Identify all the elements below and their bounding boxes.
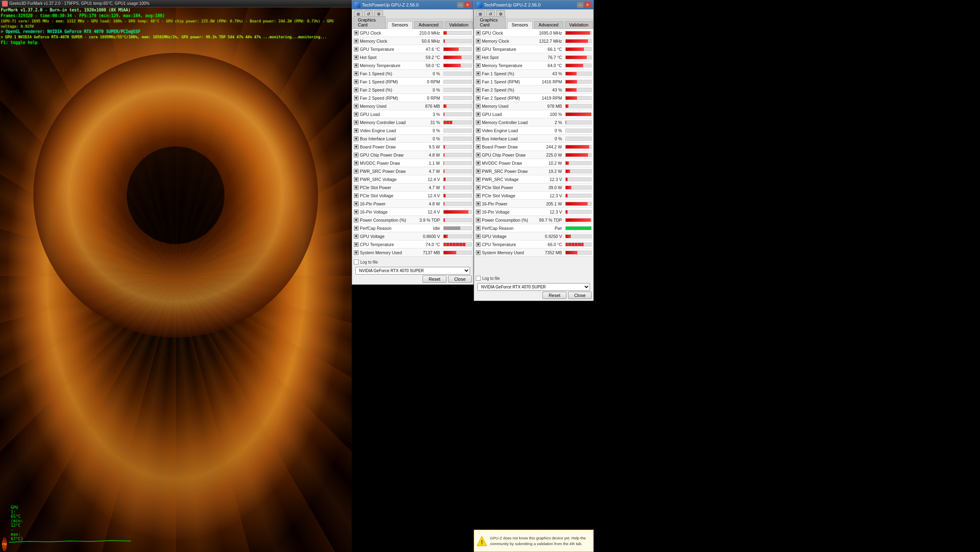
sensor-expand-btn[interactable]: ▼ xyxy=(354,55,359,60)
sensor-expand-btn[interactable]: ▼ xyxy=(476,71,481,76)
sensor-expand-btn[interactable]: ▼ xyxy=(354,177,359,182)
sensor-expand-btn[interactable]: ▼ xyxy=(476,185,481,190)
sensor-expand-btn[interactable]: ▼ xyxy=(354,234,359,239)
sensor-name: ▼Memory Temperature xyxy=(474,63,536,68)
sensor-expand-btn[interactable]: ▼ xyxy=(476,128,481,133)
sensor-expand-btn[interactable]: ▼ xyxy=(476,169,481,174)
sensor-expand-btn[interactable]: ▼ xyxy=(476,55,481,60)
sensor-expand-btn[interactable]: ▼ xyxy=(354,153,359,157)
gpuz-left-close-btn[interactable]: Close xyxy=(448,275,472,283)
sensor-expand-btn[interactable]: ▼ xyxy=(476,144,481,149)
sensor-expand-btn[interactable]: ▼ xyxy=(476,39,481,44)
sensor-expand-btn[interactable]: ▼ xyxy=(476,193,481,198)
sensor-name: ▼Fan 1 Speed (RPM) xyxy=(352,79,414,84)
sensor-expand-btn[interactable]: ▼ xyxy=(476,242,481,247)
sensor-expand-btn[interactable]: ▼ xyxy=(354,112,359,117)
sensor-name: ▼GPU Clock xyxy=(352,31,414,35)
gpuz-left-minimize-btn[interactable]: ─ xyxy=(457,2,464,8)
sensor-bar xyxy=(442,55,473,60)
sensor-expand-btn[interactable]: ▼ xyxy=(354,87,359,92)
gpuz-right-gpu-dropdown[interactable]: NVIDIA GeForce RTX 4070 SUPER xyxy=(477,283,590,291)
sensor-expand-btn[interactable]: ▼ xyxy=(354,96,359,100)
sensor-expand-btn[interactable]: ▼ xyxy=(476,250,481,255)
sensor-name: ▼Board Power Draw xyxy=(474,144,536,149)
sensor-expand-btn[interactable]: ▼ xyxy=(354,226,359,231)
gpuz-right-log-label: Log to file xyxy=(482,276,500,281)
sensor-expand-btn[interactable]: ▼ xyxy=(354,169,359,174)
sensor-expand-btn[interactable]: ▼ xyxy=(354,128,359,133)
sensor-expand-btn[interactable]: ▼ xyxy=(354,144,359,149)
sensor-expand-btn[interactable]: ▼ xyxy=(354,209,359,214)
gpuz-right-close-btn[interactable]: ✕ xyxy=(584,2,591,8)
sensor-expand-btn[interactable]: ▼ xyxy=(354,39,359,44)
sensor-name: ▼Fan 2 Speed (%) xyxy=(474,87,536,92)
tab-validation-left[interactable]: Validation xyxy=(445,21,473,28)
gpuz-left-reset-btn[interactable]: Reset xyxy=(422,275,446,283)
gpuz-left-log-checkbox[interactable] xyxy=(354,260,359,264)
sensor-expand-btn[interactable]: ▼ xyxy=(354,79,359,84)
sensor-bar xyxy=(564,63,593,68)
sensor-expand-btn[interactable]: ▼ xyxy=(354,185,359,190)
sensor-expand-btn[interactable]: ▼ xyxy=(476,226,481,231)
sensor-expand-btn[interactable]: ▼ xyxy=(476,87,481,92)
gpuz-left-sensor-scroll[interactable]: ▼GPU Clock210.0 MHz▼Memory Clock50.6 MHz… xyxy=(352,29,473,266)
gpuz-right-close-btn[interactable]: Close xyxy=(568,292,592,299)
sensor-expand-btn[interactable]: ▼ xyxy=(354,218,359,223)
furmark-line5: > GPU 1 NVIDIA GeForce RTX-4070 SUPER - … xyxy=(1,35,352,40)
gpuz-right-sensor-scroll[interactable]: ▼GPU Clock1695.0 MHz▼Memory Clock1312.7 … xyxy=(474,29,593,282)
sensor-expand-btn[interactable]: ▼ xyxy=(476,161,481,166)
tab-advanced-left[interactable]: Advanced xyxy=(414,21,443,28)
tab-graphics-card-left[interactable]: Graphics Card xyxy=(353,16,385,28)
sensor-expand-btn[interactable]: ▼ xyxy=(476,31,481,35)
sensor-expand-btn[interactable]: ▼ xyxy=(476,96,481,100)
tab-graphics-card-right[interactable]: Graphics Card xyxy=(475,16,505,28)
furmark-line4: > OpenGL renderer: NVIDIA GeForce RTX 40… xyxy=(1,29,352,35)
sensor-expand-btn[interactable]: ▼ xyxy=(476,79,481,84)
gpuz-left-close-btn[interactable]: ✕ xyxy=(464,2,471,8)
sensor-row: ▼MVDDC Power Draw10.2 W xyxy=(474,159,593,167)
sensor-row: ▼16-Pin Voltage12.3 V xyxy=(474,208,593,216)
sensor-expand-btn[interactable]: ▼ xyxy=(354,63,359,68)
sensor-expand-btn[interactable]: ▼ xyxy=(476,104,481,109)
tab-validation-right[interactable]: Validation xyxy=(565,21,593,28)
sensor-expand-btn[interactable]: ▼ xyxy=(476,234,481,239)
sensor-expand-btn[interactable]: ▼ xyxy=(476,63,481,68)
sensor-expand-btn[interactable]: ▼ xyxy=(476,209,481,214)
sensor-expand-btn[interactable]: ▼ xyxy=(476,153,481,157)
sensor-expand-btn[interactable]: ▼ xyxy=(354,193,359,198)
sensor-expand-btn[interactable]: ▼ xyxy=(354,136,359,141)
sensor-expand-btn[interactable]: ▼ xyxy=(476,218,481,223)
sensor-value: 12.3 V xyxy=(536,209,564,214)
sensor-expand-btn[interactable]: ▼ xyxy=(476,136,481,141)
sensor-expand-btn[interactable]: ▼ xyxy=(476,177,481,182)
tab-advanced-right[interactable]: Advanced xyxy=(534,21,563,28)
sensor-name: ▼PCIe Slot Power xyxy=(352,185,414,190)
tab-sensors-left[interactable]: Sensors xyxy=(387,21,412,29)
sensor-expand-btn[interactable]: ▼ xyxy=(354,201,359,206)
sensor-expand-btn[interactable]: ▼ xyxy=(354,161,359,166)
sensor-row: ▼GPU Clock1695.0 MHz xyxy=(474,29,593,37)
gpuz-left-gpu-dropdown[interactable]: NVIDIA GeForce RTX 4070 SUPER xyxy=(355,267,470,275)
sensor-bar xyxy=(442,79,473,85)
gpuz-right-log-checkbox[interactable] xyxy=(476,276,481,281)
sensor-expand-btn[interactable]: ▼ xyxy=(476,47,481,52)
sensor-row: ▼16-Pin Power4.8 W xyxy=(352,200,473,208)
sensor-expand-btn[interactable]: ▼ xyxy=(354,71,359,76)
sensor-expand-btn[interactable]: ▼ xyxy=(354,120,359,125)
sensor-value: 66.1 °C xyxy=(536,47,564,52)
gpuz-right-icon xyxy=(477,2,482,8)
sensor-expand-btn[interactable]: ▼ xyxy=(354,31,359,35)
sensor-expand-btn[interactable]: ▼ xyxy=(354,242,359,247)
sensor-expand-btn[interactable]: ▼ xyxy=(354,250,359,255)
sensor-expand-btn[interactable]: ▼ xyxy=(476,120,481,125)
sensor-expand-btn[interactable]: ▼ xyxy=(354,47,359,52)
gpuz-right-minimize-btn[interactable]: ─ xyxy=(577,2,584,8)
sensor-value: 0 RPM xyxy=(414,79,442,84)
furmark-effect xyxy=(0,41,352,366)
tab-sensors-right[interactable]: Sensors xyxy=(507,21,532,29)
sensor-expand-btn[interactable]: ▼ xyxy=(476,201,481,206)
sensor-bar xyxy=(564,95,593,101)
sensor-expand-btn[interactable]: ▼ xyxy=(476,112,481,117)
gpuz-right-reset-btn[interactable]: Reset xyxy=(542,292,566,299)
sensor-expand-btn[interactable]: ▼ xyxy=(354,104,359,109)
